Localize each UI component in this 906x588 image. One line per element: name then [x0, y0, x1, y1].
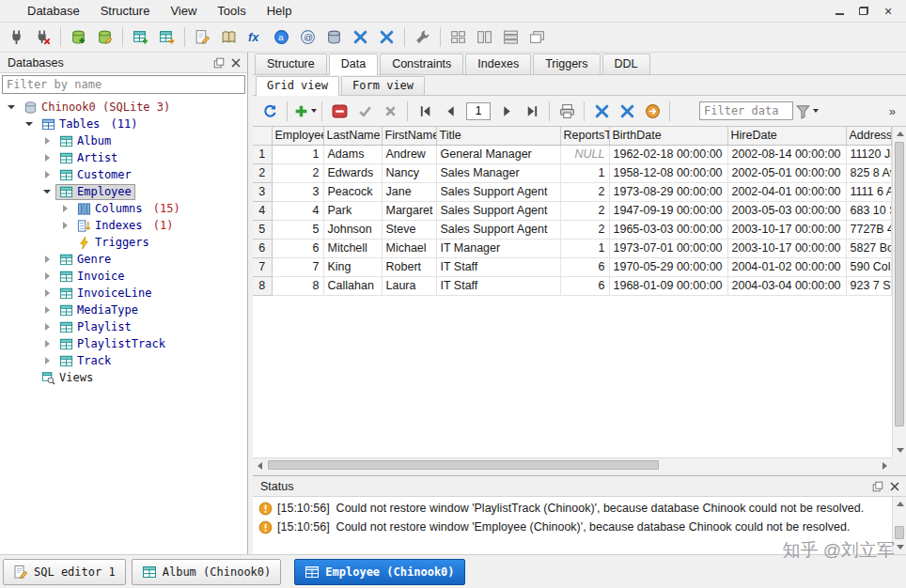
grid-cell[interactable]: NULL	[560, 145, 609, 163]
float-panel-icon[interactable]	[212, 56, 226, 70]
next-page-button[interactable]	[494, 100, 519, 123]
tree-item-artist[interactable]: Artist	[0, 149, 247, 166]
grid-cell[interactable]: 1973-07-01 00:00:00	[609, 239, 727, 257]
mdi-vertical-windows-button[interactable]	[472, 25, 497, 50]
tree-item-employee[interactable]: Employee	[0, 183, 247, 200]
grid-cell[interactable]: 1	[272, 145, 323, 163]
grid-cell[interactable]: 923 7 ST	[846, 276, 891, 295]
row-number[interactable]: 2	[253, 163, 272, 182]
tree-item-columns[interactable]: Columns (15)	[0, 200, 247, 217]
expand-icon[interactable]	[39, 133, 55, 148]
grid-cell[interactable]: Adams	[323, 145, 382, 163]
tree-item-views[interactable]: Views	[0, 369, 247, 386]
grid-cell[interactable]: 2004-01-02 00:00:00	[727, 257, 846, 276]
mdi-grid-windows-button[interactable]	[445, 25, 471, 50]
scroll-down-icon[interactable]	[893, 443, 906, 457]
tree-item-invoice[interactable]: Invoice	[0, 268, 247, 285]
grid-cell[interactable]: Mitchell	[323, 239, 382, 257]
grid-cell[interactable]: 7	[272, 257, 323, 276]
rollback-changes-button[interactable]	[378, 100, 402, 123]
grid-cell[interactable]: 11120 Ja	[846, 145, 891, 163]
insert-row-button[interactable]	[292, 100, 317, 123]
go-to-row-button[interactable]	[640, 100, 664, 123]
expand-icon[interactable]	[39, 353, 55, 368]
new-table-button[interactable]	[128, 25, 153, 50]
delete-row-button[interactable]	[327, 100, 351, 123]
expand-icon[interactable]	[39, 286, 55, 301]
connect-database-button[interactable]	[4, 25, 29, 50]
restore-button[interactable]	[853, 4, 874, 19]
taskbar-album-chinook0[interactable]: Album (Chinook0)	[132, 559, 282, 585]
grid-cell[interactable]: Robert	[382, 257, 436, 276]
grid-cell[interactable]: 2	[560, 182, 609, 201]
row-number[interactable]: 6	[253, 239, 272, 257]
expand-icon[interactable]	[39, 336, 55, 351]
open-function-editor-button[interactable]: fx	[242, 25, 268, 50]
grid-cell[interactable]: 2	[560, 220, 609, 239]
grid-cell[interactable]: Park	[323, 201, 382, 220]
tab-triggers[interactable]: Triggers	[533, 54, 600, 74]
refresh-data-button[interactable]	[258, 100, 282, 123]
tree-item-triggers[interactable]: Triggers	[0, 234, 247, 251]
scroll-up-icon[interactable]	[893, 127, 906, 141]
data-filter-input[interactable]	[699, 101, 793, 120]
grid-cell[interactable]: 683 10 S	[846, 201, 891, 220]
adjust-columns-button[interactable]	[589, 100, 614, 123]
grid-cell[interactable]: 2002-08-14 00:00:00	[727, 145, 846, 163]
open-extension-manager-button[interactable]: @	[295, 25, 320, 50]
grid-cell[interactable]: 1968-01-09 00:00:00	[609, 276, 727, 295]
scroll-right-icon[interactable]	[878, 458, 892, 472]
tab-constraints[interactable]: Constraints	[380, 54, 463, 74]
tree-item-invoiceline[interactable]: InvoiceLine	[0, 285, 247, 302]
grid-cell[interactable]: 1	[560, 239, 609, 257]
taskbar-employee-chinook0[interactable]: Employee (Chinook0)	[294, 559, 464, 585]
tab-structure[interactable]: Structure	[255, 54, 327, 74]
expand-icon[interactable]	[39, 302, 55, 317]
grid-cell[interactable]: 2004-03-04 00:00:00	[727, 276, 846, 295]
grid-cell[interactable]: 2003-05-03 00:00:00	[727, 201, 846, 220]
grid-cell[interactable]: King	[323, 257, 382, 276]
grid-cell[interactable]: Edwards	[323, 163, 382, 182]
column-header-firstname[interactable]: FirstName	[382, 127, 436, 145]
fit-columns-button[interactable]	[615, 100, 639, 123]
grid-vertical-scrollbar[interactable]	[892, 127, 906, 457]
grid-cell[interactable]: 5	[272, 220, 323, 239]
collapse-icon[interactable]	[22, 116, 38, 132]
close-panel-icon[interactable]	[229, 56, 242, 70]
minimize-button[interactable]	[829, 4, 850, 19]
row-number[interactable]: 8	[253, 276, 272, 295]
column-header-birthdate[interactable]: BirthDate	[609, 127, 727, 145]
row-number[interactable]: 4	[253, 201, 272, 220]
grid-cell[interactable]: General Manager	[436, 145, 560, 163]
tree-item-genre[interactable]: Genre	[0, 251, 247, 268]
row-number[interactable]: 1	[253, 145, 272, 163]
grid-cell[interactable]: Nancy	[382, 163, 436, 182]
import-data-button[interactable]	[348, 25, 373, 50]
grid-cell[interactable]: 1973-08-29 00:00:00	[609, 182, 727, 201]
mdi-horizontal-windows-button[interactable]	[498, 25, 523, 50]
grid-cell[interactable]: 3	[272, 182, 323, 201]
tree-filter-input[interactable]	[2, 75, 245, 94]
tree-item-indexes[interactable]: Indexes (1)	[0, 217, 247, 234]
open-configuration-button[interactable]	[410, 25, 435, 50]
grid-cell[interactable]: Michael	[382, 239, 436, 257]
expand-icon[interactable]	[57, 201, 73, 216]
collapse-icon[interactable]	[4, 100, 20, 115]
grid-cell[interactable]: 6	[560, 276, 609, 295]
grid-cell[interactable]: 1	[560, 163, 609, 182]
print-data-button[interactable]	[555, 100, 579, 123]
tree-item-chinook0-sqlite-3[interactable]: Chinook0 (SQLite 3)	[0, 99, 247, 116]
grid-cell[interactable]: Sales Support Agent	[436, 201, 560, 220]
grid-cell[interactable]: 5827 Bow	[846, 239, 891, 257]
grid-cell[interactable]: 4	[272, 201, 323, 220]
grid-cell[interactable]: Laura	[382, 276, 436, 295]
taskbar-sql-editor-1[interactable]: SQL editor 1	[3, 559, 126, 585]
row-number[interactable]: 3	[253, 182, 272, 201]
prev-page-button[interactable]	[438, 100, 462, 123]
menu-item-structure[interactable]: Structure	[90, 0, 161, 22]
grid-cell[interactable]: 1111 6 A	[846, 182, 891, 201]
edit-database-button[interactable]	[92, 25, 117, 50]
grid-cell[interactable]: Sales Manager	[436, 163, 560, 182]
grid-cell[interactable]: 1947-09-19 00:00:00	[609, 201, 727, 220]
page-number-input[interactable]	[466, 102, 491, 120]
